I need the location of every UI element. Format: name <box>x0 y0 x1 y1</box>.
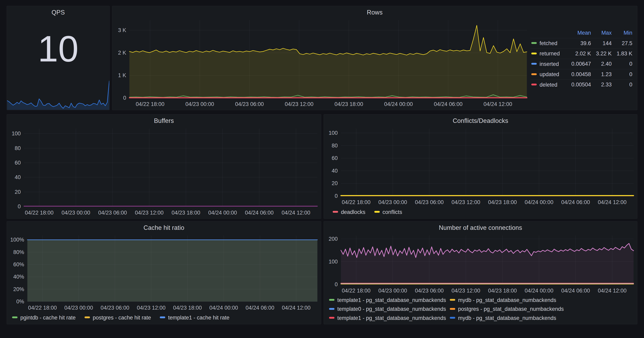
svg-text:04/24 12:00: 04/24 12:00 <box>484 101 512 107</box>
svg-text:04/24 06:00: 04/24 06:00 <box>561 288 590 294</box>
qps-stat-value: 10 <box>7 31 110 67</box>
legend-item-postgres-cache-hit-rate[interactable]: postgres - cache hit rate <box>84 314 151 321</box>
series-label[interactable]: updated <box>540 72 559 78</box>
svg-text:20%: 20% <box>13 286 24 292</box>
conflicts-legend: deadlocks conflicts <box>324 208 637 219</box>
legend-sort-max[interactable]: Max <box>592 29 612 38</box>
panel-title-cache-hit-ratio[interactable]: Cache hit ratio <box>7 221 321 233</box>
svg-text:2 K: 2 K <box>118 50 126 56</box>
svg-text:04/23 18:00: 04/23 18:00 <box>488 199 517 205</box>
series-swatch <box>84 316 90 318</box>
cache-legend: pgintdb - cache hit rate postgres - cach… <box>7 314 321 324</box>
svg-text:04/24 06:00: 04/24 06:00 <box>561 199 590 205</box>
svg-text:04/24 12:00: 04/24 12:00 <box>282 305 310 311</box>
mean-value: 39.6 <box>566 38 592 49</box>
svg-text:40: 40 <box>15 174 21 180</box>
panel-title-buffers[interactable]: Buffers <box>7 114 321 126</box>
series-swatch <box>12 316 18 318</box>
legend-sort-mean[interactable]: Mean <box>566 29 592 38</box>
rows-chart[interactable]: 01 K2 K3 K04/22 18:0004/23 00:0004/23 06… <box>112 17 530 110</box>
legend-row-deleted[interactable]: deleted 0.00504 2.33 0 <box>530 80 633 90</box>
svg-text:04/23 00:00: 04/23 00:00 <box>378 199 407 205</box>
svg-text:04/24 00:00: 04/24 00:00 <box>525 288 554 294</box>
series-label[interactable]: fetched <box>540 40 558 46</box>
min-value: 0 <box>612 80 633 90</box>
svg-text:60: 60 <box>15 160 21 166</box>
svg-text:04/24 06:00: 04/24 06:00 <box>246 305 274 311</box>
svg-text:0: 0 <box>335 193 338 199</box>
legend-row-fetched[interactable]: fetched 39.6 144 27.5 <box>530 38 633 49</box>
legend-item-postgres-numbackends[interactable]: postgres - pg_stat_database_numbackends <box>450 306 636 312</box>
svg-text:04/23 00:00: 04/23 00:00 <box>64 305 93 311</box>
svg-text:0: 0 <box>18 203 21 209</box>
svg-text:04/24 12:00: 04/24 12:00 <box>598 288 627 294</box>
panel-title-conflicts-deadlocks[interactable]: Conflicts/Deadlocks <box>324 114 637 126</box>
svg-text:0: 0 <box>123 95 126 101</box>
max-value: 3.22 K <box>592 49 612 59</box>
legend-item-template1-cache-hit-rate[interactable]: template1 - cache hit rate <box>160 314 230 321</box>
min-value: 0 <box>612 69 633 80</box>
svg-text:04/23 18:00: 04/23 18:00 <box>334 101 363 107</box>
series-swatch <box>329 308 334 310</box>
conflicts-deadlocks-chart[interactable]: 02040608010004/22 18:0004/23 00:0004/23 … <box>324 126 637 208</box>
series-swatch <box>531 53 537 54</box>
min-value: 1.83 K <box>612 49 633 59</box>
buffers-chart[interactable]: 02040608010004/22 18:0004/23 00:0004/23 … <box>7 126 321 219</box>
legend-item-template1-numbackends-2[interactable]: template1 - pg_stat_database_numbackends <box>329 315 450 321</box>
legend-item-conflicts[interactable]: conflicts <box>374 209 402 215</box>
legend-item-template1-numbackends[interactable]: template1 - pg_stat_database_numbackends <box>329 297 450 303</box>
svg-text:04/24 00:00: 04/24 00:00 <box>525 199 554 205</box>
legend-item-pgintdb-cache-hit-rate[interactable]: pgintdb - cache hit rate <box>12 314 76 321</box>
panel-title-qps[interactable]: QPS <box>7 6 110 17</box>
qps-sparkline[interactable] <box>7 80 109 110</box>
svg-text:04/23 00:00: 04/23 00:00 <box>62 210 90 216</box>
connections-legend: template1 - pg_stat_database_numbackends… <box>324 296 637 324</box>
series-swatch <box>531 42 537 44</box>
series-label[interactable]: returned <box>540 51 560 57</box>
legend-item-mydb-numbackends[interactable]: mydb - pg_stat_database_numbackends <box>450 297 636 303</box>
svg-text:04/24 12:00: 04/24 12:00 <box>282 210 310 216</box>
svg-text:04/23 00:00: 04/23 00:00 <box>185 101 214 107</box>
legend-row-returned[interactable]: returned 2.02 K 3.22 K 1.83 K <box>530 49 633 59</box>
panel-title-rows[interactable]: Rows <box>112 6 637 17</box>
svg-text:04/23 06:00: 04/23 06:00 <box>415 199 444 205</box>
series-swatch <box>374 211 380 213</box>
series-label[interactable]: deleted <box>540 82 558 88</box>
legend-sort-min[interactable]: Min <box>612 29 633 38</box>
legend-row-inserted[interactable]: inserted 0.00647 2.40 0 <box>530 59 633 69</box>
svg-text:04/23 06:00: 04/23 06:00 <box>100 305 130 311</box>
svg-text:60: 60 <box>332 155 338 161</box>
legend-item-deadlocks[interactable]: deadlocks <box>333 209 366 215</box>
svg-text:0%: 0% <box>16 298 24 304</box>
svg-text:04/22 18:00: 04/22 18:00 <box>136 101 164 107</box>
svg-text:100%: 100% <box>10 237 24 243</box>
svg-text:04/24 00:00: 04/24 00:00 <box>209 305 238 311</box>
svg-text:0: 0 <box>335 281 338 287</box>
legend-item-template0-numbackends[interactable]: template0 - pg_stat_database_numbackends <box>329 306 450 312</box>
svg-text:04/24 12:00: 04/24 12:00 <box>598 199 627 205</box>
legend-item-mydb-numbackends-2[interactable]: mydb - pg_stat_database_numbackends <box>450 315 636 321</box>
svg-text:80%: 80% <box>13 249 24 255</box>
series-swatch <box>450 299 455 301</box>
series-swatch <box>333 211 338 213</box>
svg-text:04/22 18:00: 04/22 18:00 <box>25 210 54 216</box>
legend-row-updated[interactable]: updated 0.00458 1.23 0 <box>530 69 633 80</box>
panel-cache-hit-ratio: Cache hit ratio 0%20%40%60%80%100%04/22 … <box>7 221 321 324</box>
svg-text:04/22 18:00: 04/22 18:00 <box>28 305 57 311</box>
max-value: 2.40 <box>592 59 612 69</box>
svg-text:40: 40 <box>332 168 338 174</box>
svg-text:04/23 00:00: 04/23 00:00 <box>378 288 407 294</box>
cache-hit-ratio-chart[interactable]: 0%20%40%60%80%100%04/22 18:0004/23 00:00… <box>7 233 321 314</box>
series-swatch <box>160 316 165 318</box>
max-value: 2.33 <box>592 80 612 90</box>
series-swatch <box>531 63 537 65</box>
series-swatch <box>450 317 455 319</box>
panel-title-active-connections[interactable]: Number of active connections <box>324 221 637 233</box>
series-label[interactable]: inserted <box>540 61 559 67</box>
svg-text:80: 80 <box>15 145 21 151</box>
svg-text:80: 80 <box>332 143 338 149</box>
active-connections-chart[interactable]: 010020004/22 18:0004/23 00:0004/23 06:00… <box>324 233 637 296</box>
series-swatch <box>531 84 537 85</box>
svg-text:04/22 18:00: 04/22 18:00 <box>342 199 370 205</box>
svg-text:04/23 06:00: 04/23 06:00 <box>235 101 264 107</box>
